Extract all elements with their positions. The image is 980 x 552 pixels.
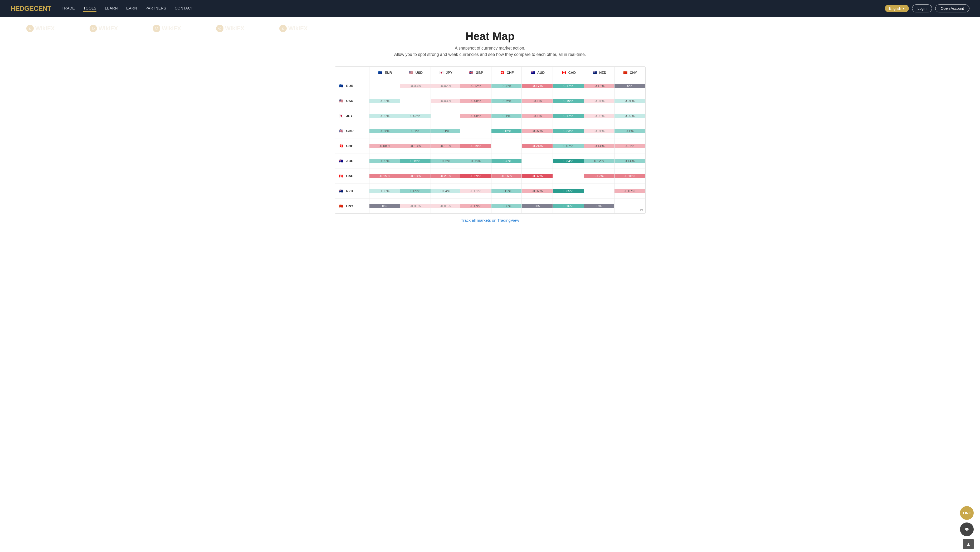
row-header-gbp: 🇬🇧GBP bbox=[335, 123, 369, 139]
heatmap-cell-aud-cny: 0.14% bbox=[614, 153, 645, 168]
language-button[interactable]: English ▾ bbox=[885, 5, 909, 12]
page-subtitle: A snapshot of currency market action. bbox=[11, 46, 969, 51]
cell-value: -0.1% bbox=[614, 144, 645, 148]
flag-nzd: 🇳🇿 bbox=[592, 70, 598, 75]
cell-value: 0.17% bbox=[553, 114, 584, 118]
heatmap-cell-nzd-cad: 0.35% bbox=[553, 183, 584, 198]
heatmap-cell-jpy-eur: 0.02% bbox=[369, 108, 400, 123]
col-header-aud: 🇦🇺AUD bbox=[522, 67, 553, 78]
heatmap-cell-chf-eur: -0.08% bbox=[369, 139, 400, 153]
nav-link-earn[interactable]: EARN bbox=[126, 5, 137, 12]
cell-value: -0.07% bbox=[522, 129, 553, 133]
col-label-cny: CNY bbox=[630, 71, 637, 75]
row-flag-eur: 🇪🇺 bbox=[338, 83, 344, 89]
nav-link-trade[interactable]: TRADE bbox=[62, 5, 75, 12]
row-label-aud: AUD bbox=[346, 159, 354, 163]
main-content: © WikiFX © WikiFX © WikiFX © WikiFX © Wi… bbox=[0, 17, 980, 230]
heatmap-cell-cad-nzd: -0.2% bbox=[584, 168, 614, 183]
col-label-chf: CHF bbox=[507, 71, 514, 75]
heatmap-cell-usd-nzd: -0.04% bbox=[584, 93, 614, 108]
row-label-usd: USD bbox=[346, 99, 353, 103]
row-header-cad: 🇨🇦CAD bbox=[335, 168, 369, 183]
cell-value: -0.03% bbox=[584, 114, 614, 118]
heatmap-cell-cad-cad bbox=[553, 168, 584, 183]
row-flag-chf: 🇨🇭 bbox=[338, 143, 344, 149]
heatmap-cell-nzd-jpy: 0.04% bbox=[431, 183, 460, 198]
col-label-jpy: JPY bbox=[446, 71, 452, 75]
cell-value: 0.02% bbox=[400, 114, 431, 118]
row-header-usd: 🇺🇸USD bbox=[335, 93, 369, 108]
col-header-eur: 🇪🇺EUR bbox=[369, 67, 400, 78]
cell-value: 0.09% bbox=[369, 159, 400, 163]
cell-value: 0.06% bbox=[492, 99, 522, 103]
heatmap-table: 🇪🇺EUR🇺🇸USD🇯🇵JPY🇬🇧GBP🇨🇭CHF🇦🇺AUD🇨🇦CAD🇳🇿NZD… bbox=[335, 67, 645, 214]
heatmap-cell-chf-gbp: -0.19% bbox=[460, 139, 491, 153]
row-label-chf: CHF bbox=[346, 144, 353, 148]
cell-value: -0.07% bbox=[522, 189, 553, 193]
heatmap-cell-cad-chf: -0.16% bbox=[491, 168, 522, 183]
logo[interactable]: HEDGECENT bbox=[11, 5, 51, 13]
col-label-usd: USD bbox=[415, 71, 422, 75]
nav-link-learn[interactable]: LEARN bbox=[105, 5, 118, 12]
heatmap-cell-jpy-aud: -0.1% bbox=[522, 108, 553, 123]
heatmap-cell-jpy-usd: 0.02% bbox=[400, 108, 431, 123]
cell-value: 0.14% bbox=[614, 159, 645, 163]
cell-value: -0.32% bbox=[522, 174, 553, 178]
heatmap-cell-jpy-jpy bbox=[431, 108, 460, 123]
cell-value: 0.15% bbox=[492, 129, 522, 133]
logo-text: HEDGECENT bbox=[11, 5, 51, 13]
cell-value: 0.05% bbox=[460, 159, 491, 163]
cell-value: 0% bbox=[369, 204, 400, 208]
cell-value: -0.02% bbox=[431, 84, 460, 88]
heatmap-cell-chf-cny: -0.1% bbox=[614, 139, 645, 153]
col-label-gbp: GBP bbox=[476, 71, 483, 75]
cell-value: -0.03% bbox=[400, 84, 431, 88]
heatmap-cell-eur-usd: -0.03% bbox=[400, 78, 431, 93]
language-label: English bbox=[889, 6, 901, 11]
cell-value: 0.07% bbox=[369, 129, 400, 133]
heatmap-cell-cad-eur: -0.15% bbox=[369, 168, 400, 183]
cell-value: 0.04% bbox=[431, 189, 460, 193]
heatmap-cell-eur-gbp: -0.12% bbox=[460, 78, 491, 93]
heatmap-cell-usd-aud: -0.1% bbox=[522, 93, 553, 108]
heatmap-cell-gbp-chf: 0.15% bbox=[491, 123, 522, 139]
row-label-cad: CAD bbox=[346, 174, 354, 178]
heatmap-cell-eur-chf: 0.08% bbox=[491, 78, 522, 93]
heatmap-cell-cny-aud: 0% bbox=[522, 198, 553, 214]
nav-link-contact[interactable]: CONTACT bbox=[175, 5, 193, 12]
cell-value: -0.08% bbox=[460, 114, 491, 118]
heatmap-cell-usd-usd bbox=[400, 93, 431, 108]
open-account-button[interactable]: Open Account bbox=[935, 5, 969, 13]
heatmap-cell-eur-jpy: -0.02% bbox=[431, 78, 460, 93]
table-row: 🇯🇵JPY0.02%0.02%-0.08%0.1%-0.1%0.17%-0.03… bbox=[335, 108, 645, 123]
row-flag-cad: 🇨🇦 bbox=[338, 173, 344, 179]
heatmap-cell-cny-cad: 0.16% bbox=[553, 198, 584, 214]
cell-value: 0.35% bbox=[553, 189, 584, 193]
heatmap-cell-aud-chf: 0.28% bbox=[491, 153, 522, 168]
flag-jpy: 🇯🇵 bbox=[439, 70, 444, 75]
cell-value: -0.21% bbox=[431, 174, 460, 178]
heatmap-cell-gbp-usd: 0.1% bbox=[400, 123, 431, 139]
login-button[interactable]: Login bbox=[912, 5, 932, 13]
heatmap-cell-cny-nzd: 0% bbox=[584, 198, 614, 214]
flag-eur: 🇪🇺 bbox=[377, 70, 383, 75]
cell-value: 0.12% bbox=[584, 159, 614, 163]
cell-value: -0.24% bbox=[522, 144, 553, 148]
cell-value: -0.04% bbox=[584, 99, 614, 103]
track-markets-link[interactable]: Track all markets on TradingView bbox=[11, 218, 969, 222]
cell-value: -0.29% bbox=[460, 174, 491, 178]
cell-value: -0.17% bbox=[522, 84, 553, 88]
col-label-aud: AUD bbox=[537, 71, 545, 75]
row-label-eur: EUR bbox=[346, 84, 353, 88]
nav-link-partners[interactable]: PARTNERS bbox=[145, 5, 166, 12]
cell-value: -0.19% bbox=[460, 144, 491, 148]
heatmap-cell-usd-gbp: -0.08% bbox=[460, 93, 491, 108]
nav-links: TRADETOOLSLEARNEARNPARTNERSCONTACT bbox=[62, 5, 885, 12]
cell-value: -0.08% bbox=[369, 144, 400, 148]
nav-link-tools[interactable]: TOOLS bbox=[83, 5, 97, 12]
heatmap-cell-chf-jpy: -0.11% bbox=[431, 139, 460, 153]
heatmap-cell-gbp-eur: 0.07% bbox=[369, 123, 400, 139]
heatmap-cell-gbp-aud: -0.07% bbox=[522, 123, 553, 139]
flag-gbp: 🇬🇧 bbox=[468, 70, 474, 75]
col-label-cad: CAD bbox=[568, 71, 576, 75]
